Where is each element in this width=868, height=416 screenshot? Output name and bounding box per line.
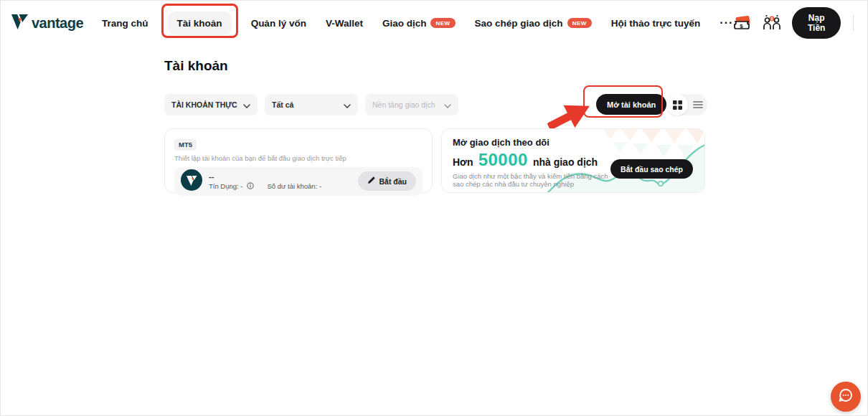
nav-item-accounts[interactable]: Tài khoản	[168, 11, 232, 35]
copy-trading-card: Mở giao dịch theo dõi Hơn 50000 nhà giao…	[441, 128, 705, 193]
start-copying-button[interactable]: Bắt đầu sao chép	[610, 159, 693, 179]
list-view-button[interactable]	[688, 100, 707, 109]
vantage-logo-icon	[11, 13, 29, 34]
voucher-icon[interactable]: $	[733, 15, 752, 31]
page: vantage Trang chủ Tài khoản Quản lý vốn …	[1, 1, 867, 415]
platform-placeholder: Nền tảng giao dịch	[372, 100, 444, 109]
nav-more-menu[interactable]: ···	[720, 16, 733, 29]
nav-item-funds[interactable]: Quản lý vốn	[251, 18, 306, 29]
info-icon[interactable]	[247, 182, 254, 191]
header-divider	[853, 15, 854, 31]
page-title: Tài khoản	[164, 58, 228, 74]
account-info: -- Tín Dụng: - Số dư tài khoản: -	[209, 172, 321, 191]
vantage-wordmark: vantage	[32, 15, 83, 32]
nav-item-copy-trade-label: Sao chép giao dịch	[475, 18, 563, 29]
grid-view-button[interactable]	[666, 94, 688, 115]
stat-suffix: nhà giao dịch	[533, 156, 598, 168]
stat-prefix: Hơn	[453, 156, 473, 168]
account-name: --	[209, 172, 321, 181]
stat-value: 50000	[478, 150, 528, 170]
mt5-account-card: MT5 Thiết lập tài khoản của bạn để bắt đ…	[164, 128, 433, 193]
nav-item-trade[interactable]: Giao dịch NEW	[382, 18, 456, 29]
new-badge: NEW	[430, 18, 455, 28]
copy-card-description: Giao dịch như một bậc thầy và kiếm tiền …	[453, 172, 618, 189]
svg-text:$: $	[740, 23, 744, 29]
nav-item-accounts-label: Tài khoản	[177, 18, 222, 29]
vantage-account-avatar	[181, 169, 202, 194]
top-nav-bar: vantage Trang chủ Tài khoản Quản lý vốn …	[1, 1, 867, 45]
deposit-button[interactable]: Nạp Tiền	[792, 7, 841, 39]
main-nav: Trang chủ Tài khoản Quản lý vốn V-Wallet…	[102, 11, 733, 35]
chevron-down-icon	[344, 98, 351, 111]
start-button[interactable]: Bắt đầu	[358, 171, 416, 191]
platform-select[interactable]: Nền tảng giao dịch	[365, 94, 458, 115]
category-select[interactable]: Tất cả	[265, 94, 358, 115]
chat-bubble-icon	[838, 387, 854, 406]
view-toggle	[666, 94, 707, 115]
header-actions: $ $ Nạp Tiền	[733, 7, 868, 39]
account-row[interactable]: -- Tín Dụng: - Số dư tài khoản: -	[174, 167, 423, 196]
start-button-label: Bắt đầu	[379, 177, 407, 186]
credit-label: Tín Dụng: -	[209, 182, 243, 190]
account-type-select[interactable]: TÀI KHOẢN THỰC	[164, 94, 258, 115]
filter-row: TÀI KHOẢN THỰC Tất cả Nền tảng giao dịch	[164, 94, 458, 115]
category-value: Tất cả	[272, 100, 344, 109]
nav-item-webinar[interactable]: Hội thảo trực tuyến	[611, 18, 701, 29]
pencil-icon	[367, 176, 375, 186]
chevron-down-icon	[444, 98, 451, 111]
account-meta: Tín Dụng: - Số dư tài khoản: -	[209, 182, 321, 191]
account-type-value: TÀI KHOẢN THỰC	[171, 100, 243, 109]
nav-item-vwallet[interactable]: V-Wallet	[326, 18, 363, 29]
chat-support-button[interactable]	[831, 382, 861, 412]
balance-label: Số dư tài khoản: -	[268, 182, 322, 190]
platform-tag: MT5	[174, 139, 197, 151]
mt5-card-description: Thiết lập tài khoản của bạn để bắt đầu g…	[174, 154, 423, 162]
nav-item-home[interactable]: Trang chủ	[102, 18, 148, 29]
copy-card-title: Mở giao dịch theo dõi	[453, 137, 694, 148]
nav-item-trade-label: Giao dịch	[382, 18, 427, 29]
referral-icon[interactable]: $	[763, 14, 781, 32]
open-account-button[interactable]: Mở tài khoản	[596, 94, 666, 115]
chevron-down-icon	[243, 98, 250, 111]
nav-item-copy-trade[interactable]: Sao chép giao dịch NEW	[475, 18, 592, 29]
new-badge: NEW	[567, 18, 592, 28]
vantage-logo[interactable]: vantage	[11, 13, 83, 34]
svg-text:$: $	[771, 16, 773, 21]
